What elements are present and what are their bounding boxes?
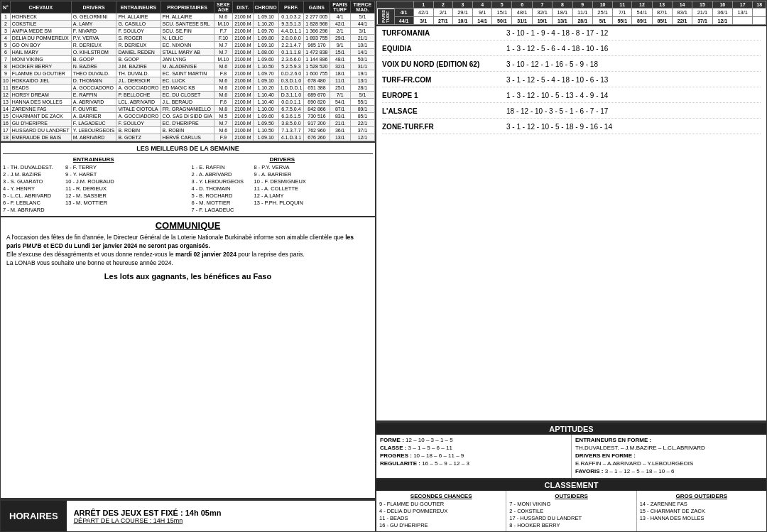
cell-4-4: EC. NIXONN	[161, 42, 214, 49]
meilleurs-drivers-title: DRIVERS	[192, 156, 374, 163]
pmu-col-17: 17	[733, 1, 753, 9]
cell-2-5: F.7	[214, 28, 233, 35]
classement-item: 14 - ZARENNE FAS	[640, 501, 763, 507]
cell-3-4: N. LOLIC	[161, 35, 214, 42]
cell-1-4: SCU. SANTESE SRL	[161, 21, 214, 28]
drv-item-6-0: 7 - F. LAGADEUC	[192, 207, 249, 213]
cell-5-9: 1 472 838	[304, 49, 330, 56]
pmu-grid-section: 1 2 3 4 5 6 7 8 9 10 11 12 13 14	[376, 1, 766, 26]
pt-r1-c7: 32/1	[532, 9, 552, 17]
pt-r1-c15: 21/1	[692, 9, 712, 17]
cell-2-3: F. SOULOY	[116, 28, 161, 35]
cell-2-6: 2100.M	[233, 28, 253, 35]
table-row: 18EMERAUDE DE BAISM. ABRIVARDB. GOETZHER…	[1, 134, 375, 141]
cell-17-6: 2100.M	[233, 134, 253, 141]
table-row: 2COKSTILEA. LAMYG. CASILLOSCU. SANTESE S…	[1, 21, 375, 28]
prono-row: L'ALSACE18 - 12 - 10 - 3 - 5 - 1 - 6 - 7…	[382, 107, 761, 119]
cell-12-8: 0.0.0.1.1	[278, 99, 304, 106]
cell-12-5: F.6	[214, 99, 233, 106]
cell-13-8: 6.7.5.0.4	[278, 106, 304, 113]
cell-13-1: ZARENNE FAS	[10, 106, 71, 113]
ent-item-4-0: 5 - L.CL. ABRIVARD	[3, 192, 60, 199]
cell-16-10: 36/1	[330, 127, 350, 134]
cell-17-0: 18	[1, 134, 11, 141]
classement-secondes-list: 9 - FLAMME DU GOUTIER4 - DELIA DU POMMER…	[379, 501, 503, 528]
cell-9-3: J.L. DERSOIR	[116, 77, 161, 85]
cell-8-10: 18/1	[330, 70, 350, 77]
col-header-gains: GAINS	[304, 1, 330, 13]
col-header-dist: DIST.	[233, 1, 253, 13]
classement-col-secondes: SECONDES CHANCES 9 - FLAMME DU GOUTIER4 …	[376, 491, 506, 531]
col-header-drivers: DRIVERS	[71, 1, 116, 13]
col-header-paris: PARIS TURF	[330, 1, 350, 13]
cell-9-1: HOKKAIDO JIEL	[10, 77, 71, 85]
cell-0-3: PH. ALLAIRE	[116, 13, 161, 21]
aptitudes-right: ENTRAINEURS EN FORME : TH.DUVALDEST. – J…	[572, 435, 766, 478]
meilleurs-ent-row: 5 - L.CL. ABRIVARD12 - M. SASSIER	[3, 192, 185, 199]
cell-7-4: M. ALADENISE	[161, 63, 214, 70]
aptitudes-section: APTITUDES FORME : 12 – 10 – 3 – 1 – 5CLA…	[376, 422, 766, 478]
cell-0-10: 4/1	[330, 13, 350, 21]
pmu-col-3: 3	[452, 1, 472, 9]
drv-item-6-1	[254, 207, 311, 213]
cell-7-3: J.M. BAZIRE	[116, 63, 161, 70]
cell-17-10: 13/1	[330, 134, 350, 141]
cell-17-4: HERVÉ CARLUS	[161, 134, 214, 141]
cell-15-9: 917 200	[304, 120, 330, 127]
cell-12-10: 54/1	[330, 99, 350, 106]
cell-6-9: 1 144 886	[304, 56, 330, 63]
cell-4-2: R. DERIEUX	[71, 42, 116, 49]
table-row: 12HORSY DREAME. RAFFINP. BELLOCHEEC. DU …	[1, 92, 375, 99]
classement-item: 15 - CHARMANT DE ZACK	[640, 508, 763, 514]
cell-2-7: 1.09.70	[253, 28, 278, 35]
cell-11-8: D.3.1.1.0	[278, 92, 304, 99]
cell-17-11: 12/1	[350, 134, 374, 141]
meilleurs-drv-row: 4 - D. THOMAIN11 - A. COLLETTE	[192, 185, 374, 192]
meilleurs-section: LES MEILLEURS DE LA SEMAINE ENTRAINEURS …	[1, 143, 375, 217]
cell-12-1: HANNA DES MOLLES	[10, 99, 71, 106]
cell-3-1: DELIA DU POMMEREUX	[10, 35, 71, 42]
table-row: 1HOHNECKG. GELORMINIPH. ALLAIREPH. ALLAI…	[1, 13, 375, 21]
aptitudes-title: APTITUDES	[376, 423, 766, 435]
prono-row: ZONE-TURF.FR3 - 1 - 12 - 10 - 5 - 18 - 9…	[382, 123, 761, 134]
meilleurs-drv-row: 5 - B. ROCHARD12 - A.LAMY	[192, 192, 374, 199]
prono-name: L'ALSACE	[382, 107, 506, 115]
cell-15-0: 16	[1, 120, 11, 127]
pmu-col-5: 5	[492, 1, 512, 9]
tt-r1-c8: 13/1	[553, 17, 572, 24]
drv-item-0-0: 1 - E. RAFFIN	[192, 164, 249, 170]
pmu-col-9: 9	[572, 1, 592, 9]
col-header-perf: PERF.	[278, 1, 304, 13]
ent-item-5-0: 6 - F. LEBLANC	[3, 200, 60, 206]
cell-11-4: EC. DU CLOSET	[161, 92, 214, 99]
cell-7-1: HOOKER BERRY	[10, 63, 71, 70]
pmu-grid-table: 1 2 3 4 5 6 7 8 9 10 11 12 13 14	[376, 1, 766, 25]
tt-r1-c7: 19/1	[532, 17, 552, 24]
drv-item-4-1: 12 - A.LAMY	[254, 192, 311, 199]
cell-14-9: 730 516	[304, 113, 330, 120]
cell-1-6: 2100.M	[233, 21, 253, 28]
cell-17-2: M. ABRIVARD	[71, 134, 116, 141]
drv-item-0-1: 8 - P.Y. VERVA	[254, 164, 311, 170]
apt-drv-val: E.RAFFIN – A.ABRIVARD – Y.LEBOURGEOIS	[575, 460, 763, 467]
tt-r1-c9: 28/1	[572, 17, 592, 24]
apt-fav-title: FAVORIS :	[575, 468, 603, 474]
cell-4-7: 1.09.10	[253, 42, 278, 49]
classement-item: 7 - MONI VIKING	[509, 501, 633, 507]
cell-11-10: 7/1	[330, 92, 350, 99]
horaires-main: ARRÊT DES JEUX EST FIXÉ : 14h 05mn	[74, 509, 222, 517]
cell-5-4: STALL MARY AB	[161, 49, 214, 56]
pmu-col-15: 15	[692, 1, 712, 9]
drv-item-2-1: 10 - F. DESMIGNEUX	[254, 178, 311, 185]
pmu-col-16: 16	[712, 1, 732, 9]
tt-r1-c4: 14/1	[473, 17, 492, 24]
col-header-num: N°	[1, 1, 11, 13]
pt-r1-c2: 2/1	[433, 9, 452, 17]
meilleurs-ent-list: 1 - TH. DUVALDEST.8 - F. TERRY2 - J.M. B…	[3, 164, 185, 213]
cell-0-5: M.6	[214, 13, 233, 21]
tierce-turf-row: 44/1 3/1 27/1 10/1 14/1 50/1 31/1 19/1 1…	[377, 17, 766, 24]
drv-item-5-1: 13 - P.PH. PLOQUIN	[254, 200, 311, 206]
horaires-sub: DÉPART DE LA COURSE : 14H 15mn	[74, 517, 222, 524]
pt-r1-c6: 48/1	[512, 9, 532, 17]
cell-5-10: 15/1	[330, 49, 350, 56]
